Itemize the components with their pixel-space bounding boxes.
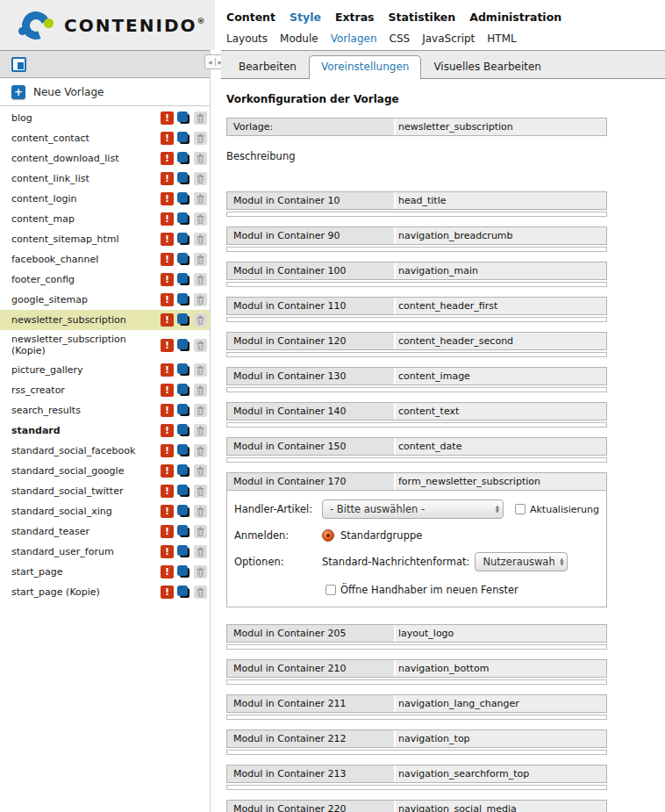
warning-icon[interactable]: !: [161, 404, 174, 417]
template-list-item[interactable]: rss_creator !: [0, 380, 210, 400]
duplicate-icon[interactable]: [177, 545, 190, 558]
template-list-item[interactable]: search_results !: [0, 400, 210, 420]
warning-icon[interactable]: !: [161, 132, 174, 145]
duplicate-icon[interactable]: [177, 233, 190, 246]
duplicate-icon[interactable]: [177, 444, 190, 457]
menu-item[interactable]: Style: [290, 11, 321, 24]
template-name[interactable]: standard: [11, 425, 161, 436]
handler-article-select[interactable]: - Bitte auswählen - ▲▼: [322, 499, 504, 519]
template-list-item[interactable]: standard_social_twitter !: [0, 481, 210, 501]
duplicate-icon[interactable]: [177, 293, 190, 306]
toggle-panel-icon[interactable]: [11, 57, 26, 72]
template-list-item[interactable]: footer_config !: [0, 269, 210, 290]
template-name[interactable]: newsletter_subscription: [11, 314, 161, 326]
warning-icon[interactable]: !: [161, 424, 174, 437]
template-name[interactable]: content_download_list: [11, 153, 161, 164]
template-list-item[interactable]: start_page (Kopie) !: [0, 582, 210, 602]
template-name[interactable]: search_results: [11, 405, 161, 416]
standardgruppe-radio[interactable]: [322, 529, 334, 542]
template-name[interactable]: content_sitemap_html: [11, 234, 161, 245]
menu-item[interactable]: Content: [226, 11, 275, 24]
warning-icon[interactable]: !: [161, 212, 174, 226]
duplicate-icon[interactable]: [177, 565, 190, 578]
duplicate-icon[interactable]: [177, 424, 190, 437]
menu-item[interactable]: Vorlagen: [331, 32, 377, 45]
duplicate-icon[interactable]: [177, 586, 190, 599]
warning-icon[interactable]: !: [161, 505, 174, 518]
duplicate-icon[interactable]: [177, 152, 190, 165]
warning-icon[interactable]: !: [161, 253, 174, 266]
duplicate-icon[interactable]: [177, 111, 190, 125]
new-template-button[interactable]: + Neue Vorlage: [0, 78, 210, 106]
duplicate-icon[interactable]: [177, 404, 190, 417]
template-name[interactable]: picture_gallery: [11, 364, 161, 376]
template-list-item[interactable]: standard_user_forum !: [0, 542, 210, 562]
warning-icon[interactable]: !: [161, 485, 174, 498]
duplicate-icon[interactable]: [177, 313, 190, 327]
template-list-item[interactable]: standard_teaser !: [0, 521, 210, 542]
tab[interactable]: Bearbeiten: [226, 55, 309, 78]
template-name[interactable]: facebook_channel: [11, 254, 161, 265]
splitter[interactable]: ◀ ▶: [211, 50, 221, 812]
template-list-item[interactable]: google_sitemap !: [0, 290, 210, 310]
template-name[interactable]: content_link_list: [11, 173, 161, 184]
warning-icon[interactable]: !: [161, 363, 174, 377]
menu-item[interactable]: Module: [280, 32, 318, 45]
template-list-item[interactable]: picture_gallery !: [0, 360, 210, 380]
warning-icon[interactable]: !: [161, 444, 174, 457]
template-list-item[interactable]: standard_social_xing !: [0, 501, 210, 521]
template-name[interactable]: footer_config: [11, 274, 161, 285]
warning-icon[interactable]: !: [161, 313, 174, 327]
warning-icon[interactable]: !: [161, 273, 174, 286]
template-list-item[interactable]: newsletter_subscription (Kopie) !: [0, 330, 210, 360]
template-list-item[interactable]: facebook_channel !: [0, 249, 210, 269]
menu-item[interactable]: Extras: [335, 11, 375, 24]
warning-icon[interactable]: !: [161, 233, 174, 246]
nachrichtenformat-select[interactable]: Nutzerauswahl ▲▼: [475, 552, 568, 571]
template-name[interactable]: blog: [11, 112, 161, 124]
template-name[interactable]: content_map: [11, 213, 161, 225]
template-name[interactable]: google_sitemap: [11, 294, 161, 305]
duplicate-icon[interactable]: [177, 172, 190, 185]
warning-icon[interactable]: !: [161, 293, 174, 306]
duplicate-icon[interactable]: [177, 464, 190, 478]
menu-item[interactable]: Administration: [469, 11, 561, 24]
warning-icon[interactable]: !: [161, 545, 174, 558]
template-name[interactable]: content_login: [11, 193, 161, 205]
template-list-item[interactable]: content_login !: [0, 189, 210, 209]
open-new-window-checkbox[interactable]: [325, 585, 336, 595]
duplicate-icon[interactable]: [177, 339, 190, 352]
template-list-item[interactable]: standard !: [0, 420, 210, 441]
template-list-item[interactable]: standard_social_facebook !: [0, 441, 210, 461]
template-list-item[interactable]: content_contact !: [0, 128, 210, 148]
template-list-item[interactable]: content_link_list !: [0, 169, 210, 189]
template-name[interactable]: newsletter_subscription (Kopie): [11, 334, 161, 356]
menu-item[interactable]: JavaScript: [422, 32, 475, 45]
warning-icon[interactable]: !: [161, 464, 174, 478]
template-name[interactable]: standard_social_google: [11, 465, 161, 477]
duplicate-icon[interactable]: [177, 273, 190, 286]
warning-icon[interactable]: !: [161, 384, 174, 397]
template-name[interactable]: rss_creator: [11, 384, 161, 396]
duplicate-icon[interactable]: [177, 485, 190, 498]
template-name[interactable]: content_contact: [11, 133, 161, 144]
duplicate-icon[interactable]: [177, 192, 190, 205]
template-name[interactable]: start_page: [11, 566, 161, 578]
template-list-item[interactable]: start_page !: [0, 562, 210, 582]
tab[interactable]: Voreinstellungen: [309, 55, 421, 79]
template-name[interactable]: standard_teaser: [11, 526, 161, 537]
template-list-item[interactable]: content_sitemap_html !: [0, 229, 210, 249]
template-name[interactable]: standard_user_forum: [11, 546, 161, 557]
warning-icon[interactable]: !: [161, 172, 174, 185]
template-list-item[interactable]: content_map !: [0, 209, 210, 229]
template-name[interactable]: standard_social_xing: [11, 506, 161, 517]
template-list-item[interactable]: content_download_list !: [0, 148, 210, 169]
warning-icon[interactable]: !: [161, 111, 174, 125]
menu-item[interactable]: Layouts: [226, 32, 268, 45]
duplicate-icon[interactable]: [177, 525, 190, 538]
warning-icon[interactable]: !: [161, 152, 174, 165]
template-list-item[interactable]: blog !: [0, 108, 210, 128]
duplicate-icon[interactable]: [177, 212, 190, 226]
aktualisierung-checkbox[interactable]: [515, 504, 526, 514]
warning-icon[interactable]: !: [161, 565, 174, 578]
